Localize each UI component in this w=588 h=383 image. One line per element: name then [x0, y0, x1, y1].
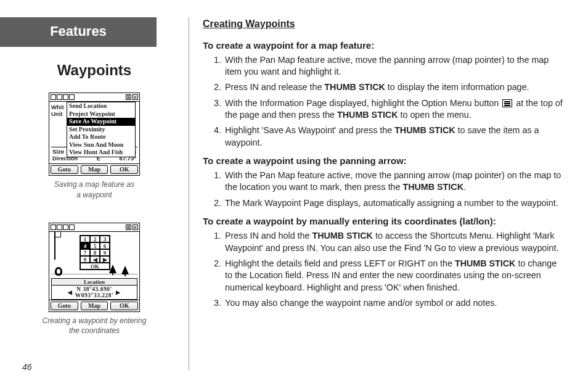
step: The Mark Waypoint Page displays, automat…: [224, 197, 563, 209]
flag-icon: [52, 231, 58, 260]
subhead-coordinates: To create a waypoint by manually enterin…: [203, 215, 563, 228]
menu-icon: [126, 94, 131, 100]
menu-item: Add To Route: [67, 133, 135, 141]
right-arrow-icon: ▶: [116, 289, 121, 295]
device1-titlebar: ×: [49, 93, 139, 102]
step: With the Pan Map feature active, move th…: [224, 54, 563, 78]
location-box: Location ◀ N 38°43.690' W093°33.228' ▶: [51, 278, 137, 300]
subhead-map-feature: To create a waypoint for a map feature:: [203, 39, 563, 52]
device1-popup-menu: Send Location Project Waypoint Save As W…: [67, 102, 136, 157]
close-icon: ×: [133, 94, 138, 100]
step: Press IN and release the THUMB STICK to …: [224, 81, 563, 93]
subhead-panning-arrow: To create a waypoint using the panning a…: [203, 155, 563, 167]
menu-item-selected: Save As Waypoint: [67, 118, 135, 126]
option-menu-icon: [502, 99, 512, 107]
step: You may also change the waypoint name an…: [224, 297, 563, 309]
page-number: 46: [22, 362, 32, 372]
menu-item: Send Location: [67, 102, 135, 110]
size-label: Size: [52, 148, 64, 155]
menu-item: Set Proximity: [67, 126, 135, 134]
device2-titlebar: ×: [49, 223, 139, 232]
step: With the Pan Map feature active, move th…: [224, 170, 563, 194]
step: Highlight 'Save As Waypoint' and press t…: [224, 125, 563, 149]
menu-item: Project Waypoint: [67, 110, 135, 118]
device1-map-button: Map: [81, 165, 108, 174]
menu-item: View Sun And Moon: [67, 141, 135, 149]
longitude-value: W093°33.228': [75, 292, 113, 299]
close-icon: ×: [133, 224, 138, 230]
device2-ok-button: OK: [110, 302, 138, 310]
numeric-keypad: 123 456 789 0◀▶ OK: [80, 235, 110, 270]
heading-creating-waypoints: Creating Waypoints: [203, 17, 563, 31]
device1-goto-button: Goto: [51, 165, 78, 174]
caption-2: Creating a waypoint by enteringthe coord…: [43, 316, 147, 337]
menu-item: View Hunt And Fish: [67, 149, 135, 157]
left-arrow-icon: ◀: [68, 289, 73, 295]
device1-ok-button: OK: [110, 165, 138, 174]
latitude-value: N 38°43.690': [76, 286, 112, 292]
step: Press IN and hold the THUMB STICK to acc…: [224, 230, 563, 254]
features-tab: Features: [0, 17, 157, 47]
step: With the Information Page displayed, hig…: [224, 97, 563, 121]
device-screenshot-1: × Whit Unit Send Location Project Waypoi…: [49, 93, 140, 176]
location-label: Location: [52, 279, 137, 286]
main-content: Creating Waypoints To create a waypoint …: [189, 17, 566, 371]
device2-map-button: Map: [81, 302, 108, 310]
tree-icon: [121, 266, 129, 274]
caption-1: Saving a map feature asa waypoint: [54, 179, 134, 200]
section-title: Waypoints: [57, 62, 131, 79]
device-screenshot-2: × 123 456 789 0◀▶ OK: [49, 223, 140, 312]
device2-goto-button: Goto: [51, 302, 78, 310]
step: Highlight the details field and press LE…: [224, 258, 563, 294]
menu-icon: [126, 224, 131, 230]
